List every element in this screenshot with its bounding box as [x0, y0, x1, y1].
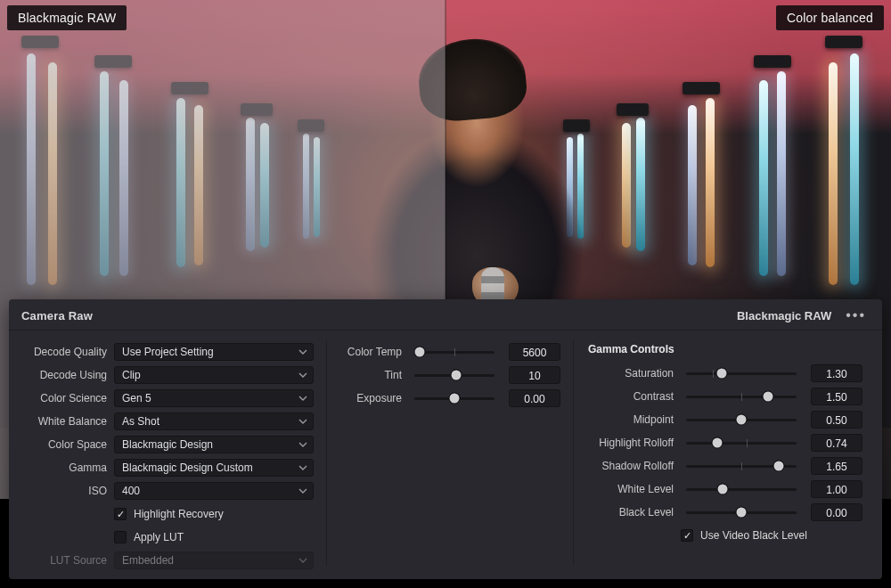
decode-quality-select[interactable]: Use Project Setting	[114, 343, 314, 361]
highlight-recovery-checkbox[interactable]	[114, 508, 127, 520]
decode-quality-label: Decode Quality	[29, 346, 114, 358]
chevron-down-icon	[298, 463, 307, 472]
tint-value[interactable]: 10	[509, 366, 560, 384]
iso-value: 400	[122, 485, 140, 497]
camera-raw-panel: Camera Raw Blackmagic RAW ••• Decode Qua…	[9, 299, 882, 579]
black-level-value[interactable]: 0.00	[811, 503, 862, 521]
overlay-label-balanced: Color balanced	[776, 5, 884, 30]
midpoint-label: Midpoint	[586, 413, 681, 426]
shadow-rolloff-label: Shadow Rolloff	[586, 460, 681, 472]
chevron-down-icon	[298, 440, 307, 449]
color-science-select[interactable]: Gen 5	[114, 389, 314, 407]
tint-label: Tint	[339, 369, 409, 381]
white-level-label: White Level	[586, 483, 681, 495]
black-level-slider-handle[interactable]	[737, 508, 747, 518]
saturation-slider-handle[interactable]	[716, 369, 726, 379]
tint-slider-handle[interactable]	[451, 371, 461, 380]
exposure-value[interactable]: 0.00	[509, 389, 560, 407]
color-space-value: Blackmagic Design	[122, 438, 213, 451]
shadow-rolloff-value[interactable]: 1.65	[811, 457, 862, 475]
black-level-slider[interactable]	[686, 511, 797, 514]
color-science-label: Color Science	[29, 392, 114, 404]
contrast-value[interactable]: 1.50	[811, 388, 862, 405]
decode-quality-value: Use Project Setting	[122, 346, 214, 358]
panel-format-label: Blackmagic RAW	[737, 309, 831, 323]
highlight-recovery-label: Highlight Recovery	[134, 508, 224, 520]
saturation-slider[interactable]	[686, 372, 797, 375]
contrast-label: Contrast	[586, 390, 681, 403]
lut-source-value: Embedded	[122, 554, 174, 567]
color-science-value: Gen 5	[122, 392, 151, 404]
shadow-rolloff-slider-handle[interactable]	[774, 461, 784, 471]
lut-source-label: LUT Source	[29, 554, 114, 567]
iso-label: ISO	[29, 485, 114, 497]
chevron-down-icon	[298, 347, 307, 356]
chevron-down-icon	[298, 486, 307, 495]
color-space-label: Color Space	[29, 438, 114, 451]
highlight-rolloff-slider[interactable]	[686, 442, 797, 445]
panel-section-gamma: Gamma Controls Saturation1.30Contrast1.5…	[574, 339, 875, 566]
contrast-slider-handle[interactable]	[763, 392, 772, 402]
gamma-controls-title: Gamma Controls	[588, 343, 862, 355]
panel-section-wb: Color Temp5600Tint10Exposure0.00	[326, 339, 574, 566]
chevron-down-icon	[298, 417, 307, 426]
contrast-slider[interactable]	[686, 396, 797, 398]
white-balance-select[interactable]: As Shot	[114, 412, 314, 430]
highlight-rolloff-slider-handle[interactable]	[712, 438, 722, 448]
midpoint-slider[interactable]	[686, 419, 797, 421]
panel-title: Camera Raw	[21, 309, 93, 323]
midpoint-slider-handle[interactable]	[737, 415, 747, 425]
color-temp-label: Color Temp	[339, 346, 409, 358]
color-space-select[interactable]: Blackmagic Design	[114, 436, 314, 453]
apply-lut-checkbox[interactable]	[114, 531, 127, 543]
highlight-rolloff-label: Highlight Rolloff	[586, 437, 681, 449]
exposure-slider-handle[interactable]	[450, 394, 460, 404]
exposure-slider[interactable]	[414, 397, 495, 400]
chevron-down-icon	[298, 394, 307, 403]
gamma-value: Blackmagic Design Custom	[122, 461, 253, 474]
lut-source-select: Embedded	[114, 551, 314, 569]
panel-menu-button[interactable]: •••	[842, 308, 870, 323]
color-temp-slider-handle[interactable]	[415, 347, 425, 357]
iso-select[interactable]: 400	[114, 482, 314, 500]
white-balance-label: White Balance	[29, 415, 114, 428]
decode-using-select[interactable]: Clip	[114, 366, 314, 384]
gamma-select[interactable]: Blackmagic Design Custom	[114, 459, 314, 477]
decode-using-label: Decode Using	[29, 369, 114, 381]
video-black-level-label: Use Video Black Level	[700, 529, 807, 542]
tint-slider[interactable]	[414, 374, 495, 377]
black-level-label: Black Level	[586, 506, 681, 519]
color-temp-value[interactable]: 5600	[509, 343, 560, 361]
white-balance-value: As Shot	[122, 415, 159, 428]
exposure-label: Exposure	[339, 392, 409, 404]
apply-lut-label: Apply LUT	[134, 531, 184, 543]
shadow-rolloff-slider[interactable]	[686, 465, 797, 468]
saturation-label: Saturation	[586, 367, 681, 380]
decode-using-value: Clip	[122, 369, 141, 381]
chevron-down-icon	[298, 556, 307, 565]
saturation-value[interactable]: 1.30	[811, 364, 862, 382]
gamma-label: Gamma	[29, 461, 114, 474]
white-level-value[interactable]: 1.00	[811, 480, 862, 498]
highlight-rolloff-value[interactable]: 0.74	[811, 434, 862, 452]
video-black-level-checkbox[interactable]	[681, 529, 693, 542]
panel-section-decode: Decode QualityUse Project SettingDecode …	[16, 339, 326, 566]
color-temp-slider[interactable]	[414, 351, 495, 354]
white-level-slider[interactable]	[686, 488, 797, 491]
midpoint-value[interactable]: 0.50	[811, 411, 862, 429]
chevron-down-icon	[298, 371, 307, 380]
overlay-label-raw: Blackmagic RAW	[7, 5, 127, 30]
white-level-slider-handle[interactable]	[717, 485, 727, 494]
